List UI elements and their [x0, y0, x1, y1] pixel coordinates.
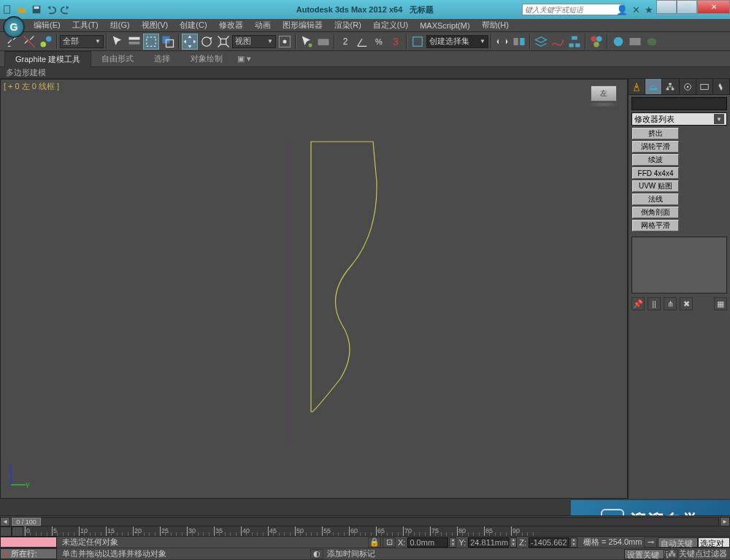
object-name-field[interactable]	[631, 97, 727, 110]
key-mode-icon[interactable]: ⊸	[644, 537, 657, 548]
show-end-icon[interactable]: ||	[648, 297, 661, 310]
menu-customize[interactable]: 自定义(U)	[367, 20, 414, 31]
qat-save-icon[interactable]	[29, 3, 44, 16]
cmd-tab-create-icon[interactable]	[629, 79, 645, 94]
coord-x-value[interactable]: 0.0mm	[407, 537, 448, 548]
autokey-button[interactable]: 自动关键点	[658, 537, 698, 548]
snap-2d-icon[interactable]: 2	[337, 34, 353, 50]
infocenter-signin-icon[interactable]: 👤	[616, 4, 628, 15]
window-maximize-button[interactable]: ☐	[677, 0, 697, 14]
snap-percent-icon[interactable]: %	[371, 34, 387, 50]
menu-graph[interactable]: 图形编辑器	[277, 20, 328, 31]
menu-edit[interactable]: 编辑(E)	[28, 20, 66, 31]
keyfilter-button[interactable]: 关键点过滤器	[679, 548, 730, 559]
pin-stack-icon[interactable]: 📌	[631, 297, 645, 310]
modifier-stack[interactable]	[631, 237, 727, 294]
mod-bevelprofile[interactable]: 倒角剖面	[632, 207, 679, 218]
mod-uvwmap[interactable]: UVW 贴图	[632, 180, 679, 192]
select-scale-icon[interactable]	[215, 34, 231, 50]
coord-x-spinner[interactable]: ▲▼	[449, 537, 456, 548]
cmd-tab-hierarchy-icon[interactable]	[662, 79, 679, 94]
ref-coord-dropdown[interactable]: 视图▼	[232, 35, 276, 48]
mod-ffd[interactable]: FFD 4x4x4	[632, 167, 679, 179]
menu-views[interactable]: 视图(V)	[136, 20, 174, 31]
ribbon-expand-icon[interactable]: ▣ ▾	[237, 54, 251, 64]
keytarget-dropdown[interactable]: 选定对象	[698, 537, 730, 548]
modifier-list-dropdown[interactable]: 修改器列表▼	[631, 112, 727, 126]
window-close-button[interactable]: ✕	[697, 0, 730, 14]
ribbon-tab-objpaint[interactable]: 对象绘制	[180, 51, 233, 66]
isolate-icon[interactable]: ⊡	[383, 537, 396, 548]
selection-filter-dropdown[interactable]: 全部▼	[60, 35, 104, 48]
infocenter-fav-icon[interactable]: ★	[645, 4, 653, 15]
menu-help[interactable]: 帮助(H)	[476, 20, 515, 31]
use-center-icon[interactable]	[277, 34, 293, 50]
unique-icon[interactable]: ⋔	[664, 297, 677, 310]
menu-render[interactable]: 渲染(R)	[328, 20, 367, 31]
coord-y-value[interactable]: 24.811mm	[468, 537, 509, 548]
coord-z-value[interactable]: -1405.662	[529, 537, 569, 548]
script-line-label[interactable]: ● 所在行:	[0, 548, 57, 559]
material-editor-icon[interactable]	[588, 34, 604, 50]
mod-turbosmooth[interactable]: 涡轮平滑	[632, 141, 679, 153]
menu-modifiers[interactable]: 修改器	[213, 20, 249, 31]
comm-center-icon[interactable]: ◐	[310, 549, 323, 559]
cmd-tab-motion-icon[interactable]	[680, 79, 696, 94]
mod-extrude[interactable]: 挤出	[632, 128, 679, 139]
snap-angle-icon[interactable]	[354, 34, 370, 50]
infocenter-exchange-icon[interactable]: ✕	[632, 4, 640, 15]
coord-y-spinner[interactable]: ▲▼	[510, 537, 517, 548]
unlink-icon[interactable]	[21, 34, 37, 50]
mirror-icon[interactable]	[494, 34, 510, 50]
ribbon-tab-selection[interactable]: 选择	[144, 51, 180, 66]
align-icon[interactable]	[511, 34, 527, 50]
spinner-snap-icon[interactable]: 3	[388, 34, 404, 50]
select-object-icon[interactable]	[110, 34, 126, 50]
select-name-icon[interactable]	[126, 34, 142, 50]
track-bar[interactable]: 051015202530354045505560657075808590	[0, 526, 730, 537]
cmd-tab-utilities-icon[interactable]	[713, 79, 730, 94]
search-input[interactable]	[525, 6, 621, 14]
render-setup-icon[interactable]	[610, 34, 626, 50]
bind-icon[interactable]	[38, 34, 54, 50]
menu-create[interactable]: 创建(C)	[174, 20, 212, 31]
keyboard-shortcut-icon[interactable]	[315, 34, 331, 50]
layer-manager-icon[interactable]	[533, 34, 549, 50]
ribbon-tab-graphite[interactable]: Graphite 建模工具	[4, 51, 91, 67]
window-crossing-icon[interactable]	[160, 34, 176, 50]
qat-redo-icon[interactable]	[58, 3, 73, 16]
mod-normal[interactable]: 法线	[632, 193, 679, 205]
trackbar-toggle-icon[interactable]	[0, 526, 12, 537]
lock-selection-icon[interactable]: 🔒	[368, 537, 381, 548]
window-minimize-button[interactable]: —	[656, 0, 677, 14]
time-slider-left-icon[interactable]: ◄	[0, 517, 10, 526]
select-move-icon[interactable]	[182, 34, 198, 50]
qat-open-icon[interactable]	[15, 3, 29, 16]
render-production-icon[interactable]	[644, 34, 660, 50]
named-selset-dropdown[interactable]: 创建选择集▼	[426, 35, 488, 48]
remove-mod-icon[interactable]: ✖	[680, 297, 693, 310]
time-slider[interactable]: ◄ 0 / 100 ►	[0, 515, 730, 526]
edit-selset-icon[interactable]	[410, 34, 426, 50]
trackbar-keys-icon[interactable]	[12, 526, 23, 537]
script-listener-pink[interactable]	[0, 537, 57, 548]
viewcube[interactable]: 左	[591, 85, 617, 106]
addtime-button[interactable]: 添加时间标记	[324, 548, 377, 559]
spline-object[interactable]	[289, 138, 435, 445]
qat-new-icon[interactable]	[0, 3, 15, 16]
cmd-tab-display-icon[interactable]	[696, 79, 713, 94]
viewport-label[interactable]: [ + 0 左 0 线框 ]	[4, 81, 59, 92]
mod-ripple[interactable]: 续波	[632, 154, 679, 166]
configure-sets-icon[interactable]: ▦	[714, 297, 727, 310]
rendered-frame-icon[interactable]	[627, 34, 643, 50]
select-rotate-icon[interactable]	[199, 34, 215, 50]
mod-meshsmooth[interactable]: 网格平滑	[632, 220, 679, 231]
time-slider-right-icon[interactable]: ►	[720, 517, 730, 526]
viewport[interactable]: [ + 0 左 0 线框 ] 左 zy	[0, 79, 628, 499]
schematic-view-icon[interactable]	[566, 34, 583, 50]
curve-editor-icon[interactable]	[550, 34, 566, 50]
menu-maxscript[interactable]: MAXScript(M)	[414, 21, 475, 30]
search-box[interactable]	[522, 4, 624, 15]
app-menu-button[interactable]: G	[3, 16, 25, 38]
manipulate-icon[interactable]	[299, 34, 315, 50]
